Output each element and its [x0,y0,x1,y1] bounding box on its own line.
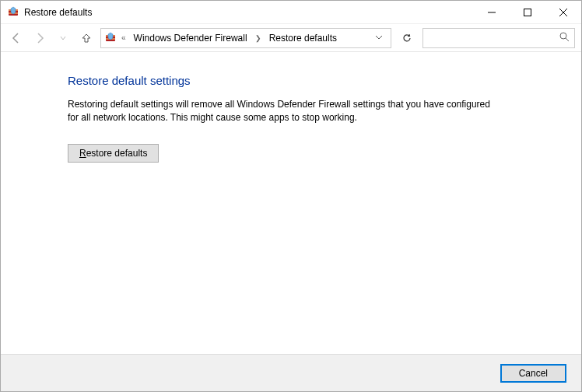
back-button[interactable] [7,29,26,47]
chevron-right-icon[interactable]: ❯ [254,34,263,42]
recent-dropdown-icon[interactable] [54,29,72,47]
cancel-button[interactable]: Cancel [501,365,566,382]
refresh-button[interactable] [396,28,418,48]
breadcrumb-segment-restore[interactable]: Restore defaults [266,33,340,44]
window-title: Restore defaults [24,7,474,18]
address-dropdown-icon[interactable] [370,33,387,44]
svg-line-11 [566,38,569,41]
footer-bar: Cancel [1,354,581,391]
close-button[interactable] [545,1,581,23]
minimize-button[interactable] [474,1,510,23]
firewall-app-icon [7,6,19,19]
search-icon[interactable] [559,32,570,44]
maximize-button[interactable] [510,1,545,23]
forward-button[interactable] [30,29,49,47]
address-bar[interactable]: « Windows Defender Firewall ❯ Restore de… [100,28,391,48]
window-controls [474,1,581,23]
breadcrumb-segment-firewall[interactable]: Windows Defender Firewall [131,33,251,44]
up-button[interactable] [77,29,96,47]
titlebar: Restore defaults [1,1,581,24]
firewall-icon [104,32,117,44]
restore-defaults-button[interactable]: Restore defaults [68,144,159,163]
search-box[interactable] [422,28,575,48]
page-description: Restoring default settings will remove a… [68,98,503,125]
navigation-bar: « Windows Defender Firewall ❯ Restore de… [1,24,581,52]
search-input[interactable] [428,33,559,44]
page-title: Restore default settings [68,74,558,87]
svg-point-10 [560,33,566,39]
breadcrumb-overflow-icon[interactable]: « [120,33,128,42]
content-area: Restore default settings Restoring defau… [1,52,581,163]
svg-rect-4 [524,9,531,16]
